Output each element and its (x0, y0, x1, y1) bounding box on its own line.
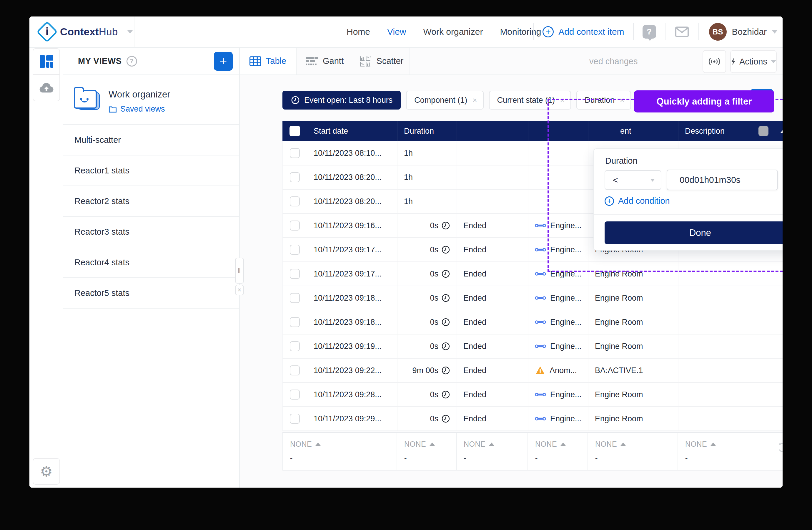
brand-logo-icon: i (36, 21, 58, 43)
cell-start-date: 10/11/2023 08:20... (307, 166, 397, 189)
sidebar-item-reactor3[interactable]: Reactor3 stats (63, 217, 239, 247)
description-checkbox[interactable] (758, 126, 768, 136)
row-checkbox[interactable] (290, 317, 300, 327)
footer-value: - (685, 454, 783, 462)
row-checkbox[interactable] (290, 196, 300, 206)
nav-view[interactable]: View (387, 27, 406, 37)
cell-description (678, 383, 783, 406)
row-checkbox[interactable] (290, 293, 300, 303)
cell-state: Ended (456, 407, 528, 431)
sidebar-item-multi-scatter[interactable]: Multi-scatter (63, 125, 239, 155)
cell-duration: 1h (397, 166, 456, 189)
cell-start-date: 10/11/2023 09:16... (307, 214, 397, 237)
nav-home[interactable]: Home (347, 27, 370, 37)
brand-chevron-down-icon[interactable] (127, 30, 133, 33)
sidebar-item-reactor1[interactable]: Reactor1 stats (63, 155, 239, 186)
workspace-card[interactable]: Work organizer Saved views (63, 75, 239, 125)
sidebar-item-reactor2[interactable]: Reactor2 stats (63, 186, 239, 217)
add-context-item-button[interactable]: + Add context item (542, 26, 624, 38)
row-checkbox[interactable] (290, 341, 300, 351)
cell-description (678, 286, 783, 310)
header-description[interactable]: Description (678, 121, 783, 141)
row-checkbox[interactable] (290, 221, 300, 231)
footer-agg-label[interactable]: NONE (595, 440, 617, 448)
sidebar-item-reactor5[interactable]: Reactor5 stats (63, 278, 239, 309)
footer-cell-duration[interactable]: NONE - (397, 433, 456, 470)
mail-icon[interactable] (674, 26, 690, 38)
header-equipment[interactable]: ent (588, 121, 678, 141)
footer-cell-equipment[interactable]: NONE - (588, 433, 678, 470)
settings-button[interactable]: ⚙ (33, 458, 60, 485)
sidebar-resize-handle[interactable]: ‖ (235, 257, 244, 283)
remove-filter-icon[interactable]: × (473, 96, 477, 105)
add-view-button[interactable]: + (214, 52, 233, 71)
table-row[interactable]: 10/11/2023 09:18... 0s Ended Engine... E… (282, 310, 783, 334)
footer-cell-state[interactable]: NONE - (456, 433, 528, 470)
saved-views-link[interactable]: Saved views (108, 104, 170, 114)
footer-agg-label[interactable]: NONE (464, 440, 485, 448)
header-component[interactable] (528, 121, 588, 141)
tab-gantt[interactable]: Gantt (296, 48, 353, 74)
sidebar-close-icon[interactable]: × (235, 285, 244, 295)
user-menu[interactable]: BS Bozhidar (709, 23, 777, 41)
header-duration[interactable]: Duration (397, 121, 456, 141)
remove-filter-icon[interactable]: × (560, 96, 565, 105)
header-state[interactable] (456, 121, 528, 141)
select-all-checkbox[interactable] (290, 126, 300, 136)
operator-select[interactable]: < (605, 170, 661, 190)
plus-circle-icon: + (542, 26, 554, 38)
help-circle-icon[interactable]: ? (127, 56, 137, 67)
saved-views-label: Saved views (120, 104, 165, 114)
link-icon (535, 270, 546, 277)
row-checkbox[interactable] (290, 172, 300, 182)
filter-chip-current-state[interactable]: Current state (1) × (489, 91, 571, 110)
table-row[interactable]: 10/11/2023 09:19... 0s Ended Engine... E… (282, 334, 783, 359)
table-row[interactable]: 10/11/2023 09:22... 9m 00s Ended Anom...… (282, 359, 783, 383)
clock-icon (441, 414, 450, 423)
filter-chip-event-open[interactable]: Event open: Last 8 hours (282, 91, 401, 110)
agg-triangle-icon (621, 443, 626, 446)
tab-scatter[interactable]: Scatter (353, 48, 410, 74)
row-checkbox[interactable] (290, 365, 300, 375)
header-start-date[interactable]: Start date (307, 121, 397, 141)
sidebar-item-reactor4[interactable]: Reactor4 stats (63, 247, 239, 278)
refresh-icon[interactable] (777, 442, 783, 454)
table-row[interactable]: 10/11/2023 09:17... 0s Ended Engine... E… (282, 262, 783, 286)
cell-state: Ended (456, 286, 528, 310)
dashboard-layout-button[interactable] (33, 48, 60, 75)
filter-chip-duration[interactable]: Duration × (576, 91, 631, 110)
row-checkbox[interactable] (290, 414, 300, 424)
tab-table[interactable]: Table (240, 48, 296, 74)
row-checkbox[interactable] (290, 245, 300, 255)
footer-cell-description[interactable]: NONE - (678, 433, 783, 470)
upload-button[interactable] (33, 75, 60, 101)
footer-agg-label[interactable]: NONE (685, 440, 707, 448)
actions-button[interactable]: Actions (730, 50, 777, 73)
add-condition-button[interactable]: + Add condition (605, 196, 670, 206)
footer-agg-label[interactable]: NONE (290, 440, 312, 448)
cell-state: Ended (456, 334, 528, 358)
help-icon[interactable]: ? (642, 25, 656, 39)
footer-agg-label[interactable]: NONE (535, 440, 557, 448)
table-row[interactable]: 10/11/2023 09:18... 0s Ended Engine... E… (282, 286, 783, 310)
agg-triangle-icon (710, 443, 716, 446)
row-checkbox[interactable] (290, 390, 300, 400)
row-checkbox[interactable] (290, 148, 300, 158)
footer-agg-label[interactable]: NONE (404, 440, 426, 448)
footer-cell-component[interactable]: NONE - (528, 433, 588, 470)
table-row[interactable]: 10/11/2023 09:28... 0s Ended Engine... E… (282, 383, 783, 407)
remove-filter-icon[interactable]: × (620, 96, 624, 105)
footer-cell-start-date[interactable]: NONE - (282, 433, 397, 470)
live-updates-button[interactable] (702, 50, 726, 73)
filter-chip-component[interactable]: Component (1) × (406, 91, 483, 110)
filter-chip-label: Event open: Last 8 hours (304, 96, 392, 105)
row-checkbox[interactable] (290, 269, 300, 279)
table-row[interactable]: 10/11/2023 09:29... 0s Ended Engine... E… (282, 407, 783, 431)
done-button[interactable]: Done (605, 221, 783, 244)
nav-work-organizer[interactable]: Work organizer (423, 27, 483, 37)
logo-block[interactable]: i ContextHub (29, 16, 134, 47)
cell-equipment: Engine Room (588, 310, 678, 334)
cell-state (456, 190, 528, 213)
sort-asc-icon[interactable] (780, 129, 783, 133)
duration-value-input[interactable] (667, 170, 778, 190)
